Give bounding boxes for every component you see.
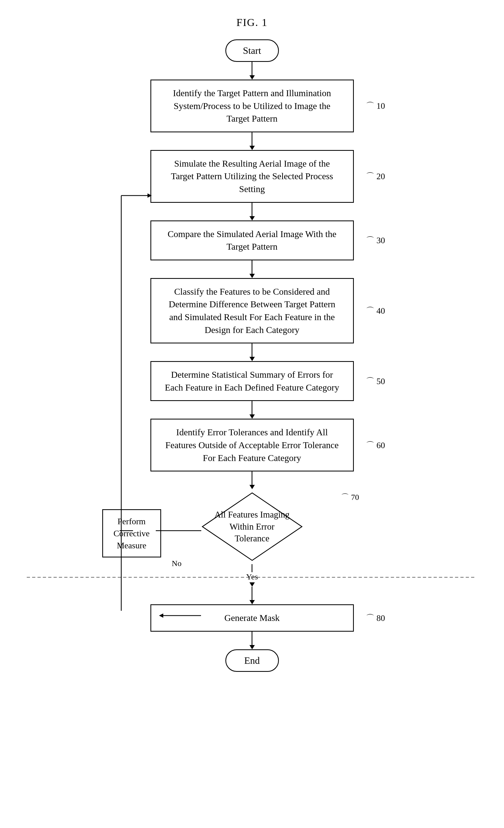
corrective-section: Perform Corrective Measure ⌒ 80 xyxy=(102,531,126,550)
yes-label: Yes xyxy=(246,572,258,581)
loop-section: ⌒ 70 All Features Imaging Within Error T… xyxy=(92,489,413,587)
box-60: Identify Error Tolerances and Identify A… xyxy=(150,419,354,471)
arrow-6 xyxy=(249,401,255,419)
box-30: Compare the Simulated Aerial Image With … xyxy=(150,220,354,260)
arrow-5 xyxy=(249,343,255,361)
ref-60: ⌒ 60 xyxy=(366,439,385,451)
arrow-4 xyxy=(249,260,255,278)
fig-title: FIG. 1 xyxy=(236,16,267,29)
page: { "fig": { "title": "FIG. 1" }, "nodes":… xyxy=(0,0,504,828)
diamond-text-70: All Features Imaging Within Error Tolera… xyxy=(201,509,303,545)
ref-50: ⌒ 50 xyxy=(366,375,385,387)
box-10: Identify the Target Pattern and Illumina… xyxy=(150,80,354,132)
end-oval: End xyxy=(225,649,279,672)
ref-genmask: ⌒ 80 xyxy=(366,612,385,624)
arrow-2 xyxy=(249,132,255,150)
ref-30: ⌒ 30 xyxy=(366,235,385,246)
arrow-9 xyxy=(249,632,255,649)
box-20: Simulate the Resulting Aerial Image of t… xyxy=(150,150,354,203)
ref-20: ⌒ 20 xyxy=(366,170,385,182)
ref-10: ⌒ 10 xyxy=(366,100,385,112)
flowchart: Start Identify the Target Pattern and Il… xyxy=(92,39,413,693)
box-genmask: Generate Mask ⌒ 80 xyxy=(150,604,354,632)
arrow-3 xyxy=(249,203,255,220)
arrow-7 xyxy=(249,471,255,489)
arrow-8 xyxy=(249,587,255,604)
corrective-box: Perform Corrective Measure xyxy=(102,509,161,557)
diamond-70: All Features Imaging Within Error Tolera… xyxy=(196,489,308,564)
start-oval: Start xyxy=(225,39,279,62)
box-50: Determine Statistical Summary of Errors … xyxy=(150,361,354,401)
no-label: No xyxy=(172,559,182,568)
arrow-1 xyxy=(249,62,255,80)
box-40: Classify the Features to be Considered a… xyxy=(150,278,354,343)
ref-40: ⌒ 40 xyxy=(366,305,385,317)
ref-70-label: ⌒ 70 xyxy=(341,492,359,503)
